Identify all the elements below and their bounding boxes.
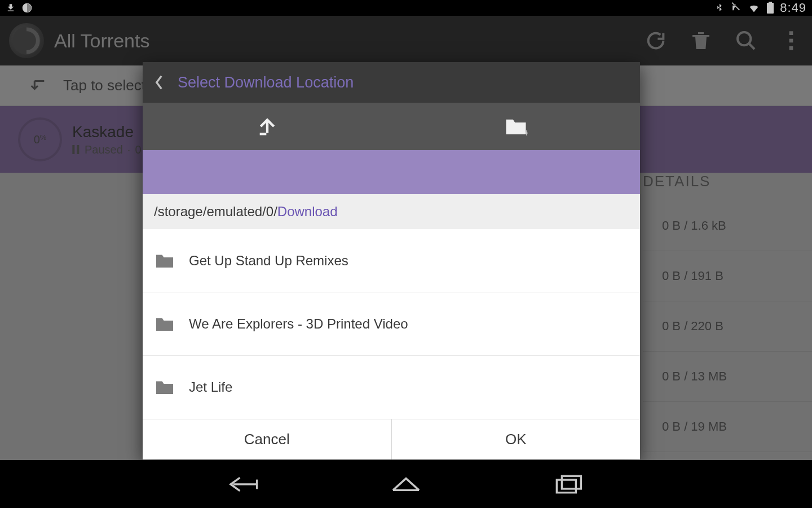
current-path: /storage/emulated/0/Download [143,194,640,229]
folder-icon [154,316,175,332]
bluetooth-icon [714,2,725,14]
dialog-toolbar: + [143,103,640,150]
dialog-selection-bar [143,150,640,194]
new-folder-button[interactable]: + [391,103,640,150]
path-prefix: /storage/emulated/0/ [154,204,277,220]
bittorrent-notification-icon [21,2,33,14]
battery-icon [766,2,774,14]
app-content: All Torrents Tap to select 0% [0,16,812,460]
svg-rect-15 [557,480,576,493]
wifi-icon [747,2,761,14]
svg-rect-16 [562,476,581,489]
folder-item[interactable]: Jet Life [143,356,640,419]
svg-rect-1 [767,3,774,14]
back-icon[interactable] [155,75,163,90]
folder-name: Get Up Stand Up Remixes [189,253,348,269]
dialog-header: Select Download Location [143,62,640,103]
svg-text:+: + [524,128,528,137]
nav-recent-button[interactable] [553,473,586,496]
android-nav-bar [0,460,812,508]
folder-item[interactable]: We Are Explorers - 3D Printed Video [143,292,640,356]
folder-icon [154,379,175,396]
dialog-buttons: Cancel OK [143,419,640,459]
folder-icon [154,252,175,269]
folder-item[interactable]: Get Up Stand Up Remixes [143,229,640,292]
nav-home-button[interactable] [389,473,423,496]
download-notification-icon [6,3,16,13]
svg-rect-2 [769,2,772,3]
clock: 8:49 [780,1,806,15]
mute-icon [730,2,742,14]
path-current: Download [277,204,338,220]
folder-list: Get Up Stand Up Remixes We Are Explorers… [143,229,640,419]
folder-name: Jet Life [189,379,232,395]
android-status-bar: 8:49 [0,0,812,16]
dialog-title: Select Download Location [178,74,354,91]
ok-button[interactable]: OK [391,419,641,459]
folder-name: We Are Explorers - 3D Printed Video [189,316,408,332]
download-location-dialog: Select Download Location + /storage/emul… [143,62,640,459]
cancel-button[interactable]: Cancel [143,419,391,459]
nav-back-button[interactable] [226,473,259,496]
go-up-button[interactable] [143,103,391,150]
